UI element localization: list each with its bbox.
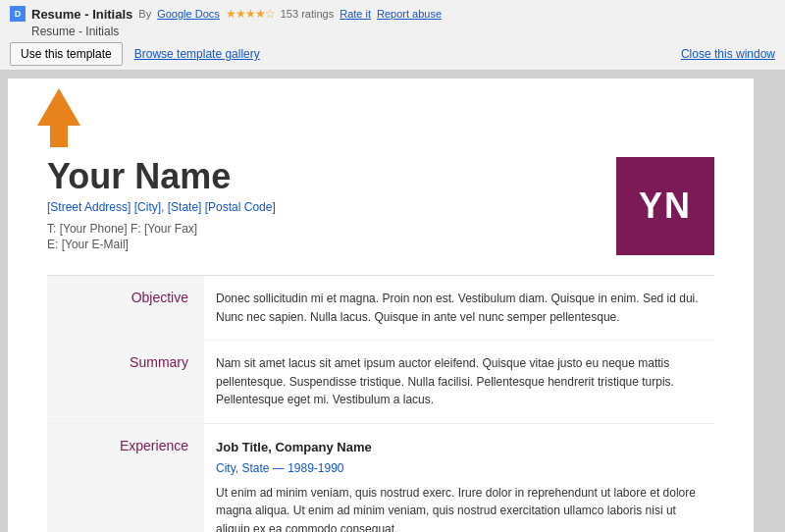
experience-content: Job Title, Company Name City, State — 19… xyxy=(204,424,714,532)
address: [Street Address] [City], [State] [Postal… xyxy=(47,200,276,214)
doc-title: Resume - Initials xyxy=(31,7,132,22)
arrow-up-icon xyxy=(37,88,80,126)
author-link[interactable]: Google Docs xyxy=(157,8,220,20)
initials-box: YN xyxy=(616,157,714,255)
star-rating: ★★★★☆ xyxy=(226,7,275,21)
name-block: Your Name [Street Address] [City], [Stat… xyxy=(47,157,276,251)
action-left: Use this template Browse template galler… xyxy=(10,42,260,66)
experience-section: Experience Job Title, Company Name City,… xyxy=(47,424,714,532)
arrow-container xyxy=(37,88,80,147)
top-bar: D Resume - Initials By Google Docs ★★★★☆… xyxy=(0,0,785,71)
phone-fax: T: [Your Phone] F: [Your Fax] xyxy=(47,222,276,236)
by-label: By xyxy=(138,8,151,20)
doc-icon-text: D xyxy=(15,9,22,19)
report-abuse-link[interactable]: Report abuse xyxy=(377,8,442,20)
title-row: D Resume - Initials By Google Docs ★★★★☆… xyxy=(10,6,775,22)
email: E: [Your E-Mail] xyxy=(47,238,276,251)
initials-text: YN xyxy=(639,186,692,227)
browse-gallery-link[interactable]: Browse template gallery xyxy=(134,47,260,61)
objective-content: Donec sollicitudin mi et magna. Proin no… xyxy=(204,276,714,340)
resume-header: Your Name [Street Address] [City], [Stat… xyxy=(47,157,714,255)
use-template-button[interactable]: Use this template xyxy=(10,42,123,66)
rate-it-link[interactable]: Rate it xyxy=(340,8,371,20)
job-location: City, State — 1989-1990 xyxy=(216,459,703,478)
action-row: Use this template Browse template galler… xyxy=(10,42,775,66)
preview-wrapper: Your Name [Street Address] [City], [Stat… xyxy=(0,71,785,532)
close-window-link[interactable]: Close this window xyxy=(681,47,775,61)
doc-subtitle: Resume - Initials xyxy=(31,25,775,38)
your-name: Your Name xyxy=(47,157,276,196)
summary-section: Summary Nam sit amet lacus sit amet ipsu… xyxy=(47,341,714,424)
rating-count: 153 ratings xyxy=(281,8,334,20)
summary-label: Summary xyxy=(47,341,204,423)
objective-label: Objective xyxy=(47,276,204,340)
preview-doc: Your Name [Street Address] [City], [Stat… xyxy=(8,79,754,532)
objective-section: Objective Donec sollicitudin mi et magna… xyxy=(47,276,714,341)
experience-label: Experience xyxy=(47,424,204,532)
job-description: Ut enim ad minim veniam, quis nostrud ex… xyxy=(216,484,703,532)
sections: Objective Donec sollicitudin mi et magna… xyxy=(47,275,714,532)
doc-icon: D xyxy=(10,6,26,22)
summary-content: Nam sit amet lacus sit amet ipsum auctor… xyxy=(204,341,714,423)
job-title: Job Title, Company Name xyxy=(216,438,703,457)
arrow-stem xyxy=(50,126,68,147)
